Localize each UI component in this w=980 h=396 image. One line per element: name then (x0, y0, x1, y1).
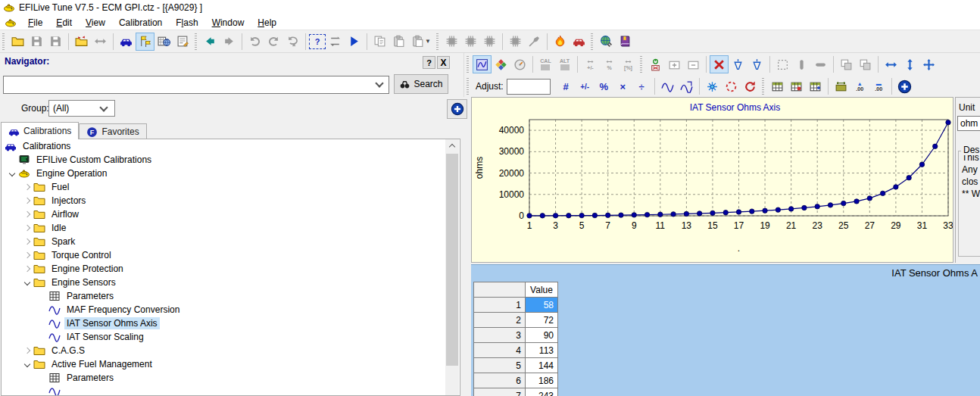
navigate-back-button[interactable] (201, 33, 220, 51)
add-subtract-button[interactable]: +/- (576, 77, 595, 95)
tools-button[interactable] (525, 33, 544, 51)
tree-expander-open[interactable] (21, 280, 33, 285)
rotate-region-button[interactable] (741, 77, 760, 95)
chart-point[interactable] (723, 210, 728, 214)
remove-region-button[interactable] (684, 55, 703, 73)
tree-expander-closed[interactable] (21, 185, 33, 189)
chart-point[interactable] (684, 211, 688, 216)
tree-item-fuel[interactable]: Fuel (2, 180, 460, 194)
menu-window[interactable]: Window (205, 17, 251, 29)
grid-value-cell[interactable]: 186 (526, 373, 558, 388)
fit-height-button[interactable] (900, 55, 919, 73)
whats-this-button[interactable]: ? (309, 34, 326, 49)
grid-row-header[interactable]: 7 (474, 388, 526, 396)
paste-layer-button[interactable] (856, 55, 875, 73)
read-full-button[interactable] (480, 33, 499, 51)
plumb-up-button[interactable] (729, 55, 747, 73)
adjust-offset-button[interactable]: +/- (581, 55, 600, 73)
table-target-button[interactable] (787, 77, 806, 95)
tree-expander-closed[interactable] (21, 226, 33, 230)
chart-point[interactable] (776, 207, 780, 212)
tree-item[interactable] (2, 385, 460, 396)
chart-point[interactable] (854, 199, 859, 204)
menu-calibration[interactable]: Calibration (112, 17, 169, 29)
tree-item-engine-sensors[interactable]: Engine Sensors (2, 276, 460, 289)
paste-button[interactable] (389, 33, 408, 51)
menu-help[interactable]: Help (251, 17, 283, 29)
chart-point[interactable] (605, 213, 610, 217)
tree-item-engine-protection[interactable]: Engine Protection (2, 262, 460, 276)
menu-view[interactable]: View (79, 17, 112, 29)
tab-favorites[interactable]: Favorites (79, 123, 146, 139)
tree-expander-closed[interactable] (21, 198, 33, 203)
grid-value-cell[interactable]: 58 (526, 298, 558, 313)
navigator-close-button[interactable]: X (437, 56, 450, 69)
chart-point[interactable] (841, 201, 846, 205)
swap-values-button[interactable] (326, 33, 345, 51)
chart-point[interactable] (750, 209, 754, 214)
toolbar-grip[interactable] (591, 33, 593, 50)
tab-calibrations[interactable]: Calibrations (1, 122, 79, 139)
tree-item-parameters[interactable]: Parameters (2, 289, 460, 303)
chart-point[interactable] (907, 176, 911, 180)
chart-point[interactable] (946, 120, 950, 124)
clear-undo-button[interactable] (283, 33, 302, 51)
chart-point[interactable] (788, 207, 793, 211)
toolbar-grip[interactable] (762, 78, 764, 95)
tree-item-spark[interactable]: Spark (2, 235, 460, 248)
help-book-button[interactable] (616, 33, 635, 51)
tree-scrollbar[interactable] (445, 139, 459, 395)
redo-button[interactable] (264, 33, 283, 51)
sparkle-adjust-button[interactable] (703, 77, 722, 95)
chart-point[interactable] (736, 210, 741, 214)
toolbar-grip[interactable] (2, 33, 5, 50)
tree-item-calibrations[interactable]: Calibrations (2, 139, 460, 153)
resize-axis-button[interactable] (832, 77, 850, 95)
tree-item-c-a-g-s[interactable]: C.A.G.S (2, 344, 460, 357)
grid-value-cell[interactable]: 72 (526, 313, 558, 328)
grid-row-header[interactable]: 5 (474, 358, 526, 373)
grid-row-header[interactable]: 1 (474, 298, 526, 313)
add-favorite-button[interactable] (895, 77, 914, 95)
validate-button[interactable] (345, 33, 364, 51)
program-ecm-button[interactable] (506, 33, 525, 51)
power-clear-button[interactable] (646, 55, 665, 73)
chart-point[interactable] (710, 210, 715, 215)
select-free-region-button[interactable] (722, 77, 741, 95)
alt-view-button[interactable]: ALT (555, 55, 574, 73)
open-file-button[interactable] (8, 33, 27, 51)
chart-point[interactable] (671, 212, 676, 217)
copy-button[interactable] (370, 33, 389, 51)
plumb-down-button[interactable] (747, 55, 766, 73)
save-button[interactable] (27, 33, 46, 51)
navigator-combobox[interactable] (3, 76, 389, 94)
units-input[interactable]: ohm (957, 116, 980, 131)
grid-row-header[interactable]: 4 (474, 343, 526, 358)
grid-row-header[interactable]: 6 (474, 373, 526, 388)
toolbar-grip[interactable] (436, 33, 439, 50)
tree-item-torque-control[interactable]: Torque Control (2, 248, 460, 262)
tree-item-iat-sensor-ohms-axis[interactable]: IAT Sensor Ohms Axis (2, 316, 460, 330)
chart-point[interactable] (894, 185, 898, 189)
chart-point[interactable] (919, 162, 924, 167)
scrollbar-thumb[interactable] (446, 154, 458, 366)
tree-expander-open[interactable] (6, 171, 18, 176)
chart-view-button[interactable] (473, 55, 492, 73)
grid-value-cell[interactable]: 243 (526, 388, 558, 396)
chart-point[interactable] (763, 208, 767, 213)
chart-point[interactable] (592, 213, 597, 217)
toolbar-grip[interactable] (467, 56, 469, 73)
chart-point[interactable] (815, 204, 819, 209)
toolbar-grip[interactable] (195, 33, 197, 50)
vehicle-info-button[interactable] (117, 33, 136, 51)
navigate-forward-button[interactable] (220, 33, 239, 51)
divide-button[interactable]: ÷ (632, 77, 651, 95)
scroll-up-button[interactable] (445, 139, 459, 152)
multiply-button[interactable]: × (613, 77, 632, 95)
tree-item-parameters[interactable]: Parameters (2, 371, 460, 385)
sync-compare-button[interactable] (91, 33, 110, 51)
tree-expander-closed[interactable] (21, 267, 33, 271)
chart-point[interactable] (566, 213, 571, 217)
read-ecm-button[interactable] (442, 33, 461, 51)
search-button[interactable]: Search (394, 74, 448, 94)
